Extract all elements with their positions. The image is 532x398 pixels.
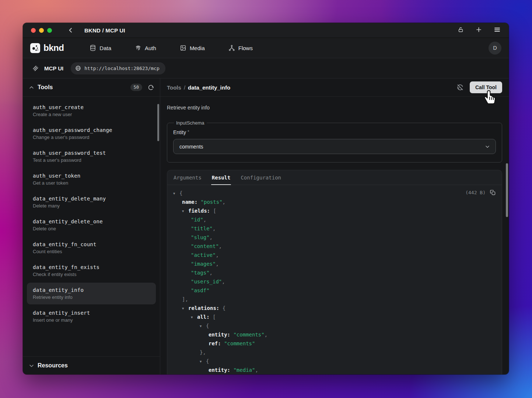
- sidebar-scrollbar[interactable]: [157, 104, 159, 141]
- tool-name: auth_user_create: [33, 104, 150, 110]
- globe-icon: [75, 65, 81, 71]
- tool-list-item-data_entity_insert[interactable]: data_entity_insertInsert one or many: [27, 306, 156, 327]
- zoom-window-button[interactable]: [47, 28, 52, 33]
- minimize-window-button[interactable]: [39, 28, 44, 33]
- workflow-icon: [228, 45, 235, 51]
- tab-configuration[interactable]: Configuration: [240, 170, 282, 185]
- json-punctuation: ,: [210, 270, 213, 276]
- lock-open-icon[interactable]: [458, 27, 464, 34]
- new-tab-plus-icon[interactable]: [475, 26, 482, 35]
- json-line: name: "posts",: [173, 198, 496, 206]
- tool-description: Retrieve entity info: [167, 105, 502, 111]
- brand-name: bknd: [43, 43, 64, 53]
- entity-field-label: Entity: [173, 129, 186, 135]
- json-punctuation: ,: [216, 252, 218, 258]
- json-line: ],: [173, 295, 496, 304]
- tool-detail-body: Retrieve entity info InputSchema Entity*…: [160, 97, 509, 374]
- user-avatar[interactable]: D: [489, 42, 501, 55]
- tool-name: auth_user_password_change: [33, 127, 150, 133]
- tool-list-item-data_entity_delete_many[interactable]: data_entity_delete_manyDelete many: [27, 191, 156, 213]
- entity-select-value: comments: [179, 144, 203, 150]
- tab-arguments[interactable]: Arguments: [173, 170, 202, 185]
- entity-select[interactable]: comments: [173, 139, 496, 154]
- tool-name: data_entity_insert: [33, 310, 150, 316]
- fingerprint-icon: [135, 45, 141, 51]
- menu-hamburger-icon[interactable]: [494, 26, 501, 35]
- tool-desc: Count entities: [33, 249, 150, 254]
- refresh-tools-icon[interactable]: [148, 84, 154, 91]
- nav-item-label: Flows: [238, 45, 253, 51]
- json-punctuation: ,: [210, 234, 213, 240]
- breadcrumb-section[interactable]: Tools: [167, 84, 181, 91]
- json-meta: (442 B): [465, 189, 496, 196]
- resources-section-header[interactable]: Resources: [23, 356, 160, 374]
- mcp-page-title: MCP UI: [44, 65, 63, 71]
- nav-item-flows[interactable]: Flows: [228, 45, 253, 51]
- json-string-value: "posts": [201, 199, 223, 205]
- collapse-caret-icon[interactable]: ▼: [191, 313, 197, 322]
- tool-list-item-data_entity_delete_one[interactable]: data_entity_delete_oneDelete one: [27, 214, 156, 236]
- tools-section-header[interactable]: Tools 50: [23, 78, 160, 97]
- tool-desc: Delete many: [33, 203, 150, 209]
- json-string-value: "images": [191, 261, 216, 267]
- collapse-caret-icon[interactable]: ▼: [200, 322, 206, 331]
- json-string-value: "comments": [224, 341, 255, 346]
- app-window: BKND / MCP UI bknd Data: [23, 23, 509, 374]
- json-key: entity:: [209, 332, 233, 338]
- call-tool-button[interactable]: Call Tool: [470, 81, 502, 93]
- tool-list-item-auth_user_password_change[interactable]: auth_user_password_changeChange a user's…: [27, 123, 156, 144]
- tool-list-item-data_entity_info[interactable]: data_entity_infoRetrieve entity info: [27, 283, 156, 304]
- header-actions: Call Tool: [456, 81, 502, 93]
- tab-result[interactable]: Result: [211, 170, 231, 185]
- back-icon[interactable]: [67, 27, 74, 34]
- tool-list-item-auth_user_create[interactable]: auth_user_createCreate a new user: [27, 100, 156, 122]
- tab-row: Arguments Result Configuration: [167, 170, 502, 185]
- json-punctuation: ,: [216, 261, 218, 267]
- json-string-value: "comments": [233, 332, 264, 338]
- tool-list-item-data_entity_fn_count[interactable]: data_entity_fn_countCount entities: [27, 237, 156, 259]
- json-line: "tags",: [173, 268, 496, 277]
- tool-list-item-auth_user_token[interactable]: auth_user_tokenGet a user token: [27, 168, 156, 190]
- tool-list-item-auth_user_password_test[interactable]: auth_user_password_testTest a user's pas…: [27, 146, 156, 167]
- json-punctuation: },: [200, 349, 206, 355]
- json-line: "slug",: [173, 233, 496, 242]
- collapse-caret-icon[interactable]: ▼: [182, 304, 188, 313]
- copy-icon[interactable]: [490, 189, 496, 196]
- tool-desc: Create a new user: [33, 112, 150, 117]
- auto-refresh-off-icon[interactable]: [456, 84, 464, 91]
- mcp-url-pill[interactable]: http://localhost:28623/mcp: [71, 62, 165, 74]
- json-line: "active",: [173, 251, 496, 259]
- tool-name: auth_user_token: [33, 173, 150, 179]
- result-card: Arguments Result Configuration (442 B) ▼…: [167, 170, 502, 374]
- tool-name: data_entity_info: [33, 287, 150, 293]
- json-line: ref: "comments": [173, 339, 496, 348]
- nav-item-media[interactable]: Media: [180, 45, 205, 51]
- json-punctuation: {: [179, 190, 182, 196]
- json-key: relations:: [188, 305, 223, 311]
- tool-desc: Get a user token: [33, 180, 150, 186]
- brand-logo[interactable]: bknd: [30, 43, 64, 53]
- tool-list-item-data_entity_fn_exists[interactable]: data_entity_fn_existsCheck if entity exi…: [27, 260, 156, 282]
- json-key: entity:: [209, 367, 233, 373]
- collapse-caret-icon[interactable]: ▼: [182, 207, 188, 216]
- json-key: all:: [197, 314, 213, 320]
- chevron-down-icon: [29, 363, 34, 369]
- content-scrollbar[interactable]: [506, 163, 508, 217]
- bknd-logo-icon: [30, 43, 40, 53]
- nav-item-auth[interactable]: Auth: [135, 45, 156, 51]
- app-nav-bar: bknd Data Auth Media Flows D: [23, 38, 509, 58]
- json-line: entity: "comments",: [173, 330, 496, 339]
- nav-item-data[interactable]: Data: [90, 45, 111, 51]
- collapse-caret-icon[interactable]: ▼: [173, 189, 179, 198]
- json-string-value: "media": [233, 367, 255, 373]
- tool-desc: Insert one or many: [33, 317, 150, 323]
- json-line: ▼relations: {: [173, 304, 496, 313]
- json-line: "id",: [173, 215, 496, 224]
- json-string-value: "active": [191, 252, 216, 258]
- collapse-caret-icon[interactable]: ▼: [200, 357, 206, 366]
- json-punctuation: ,: [223, 199, 225, 205]
- tool-name: auth_user_password_test: [33, 150, 150, 156]
- close-window-button[interactable]: [31, 28, 36, 33]
- json-string-value: "title": [191, 226, 213, 231]
- chevron-up-icon: [29, 85, 34, 90]
